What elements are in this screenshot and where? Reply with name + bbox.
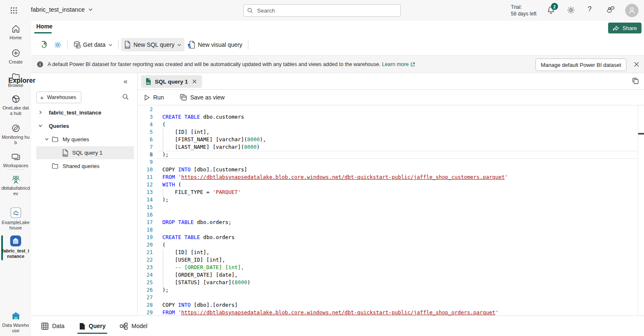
code-line[interactable]: 24 [ORDER_DATE] [date],: [138, 272, 638, 279]
line-number[interactable]: 10: [138, 166, 153, 173]
code-line[interactable]: 20(: [138, 242, 638, 249]
code-line[interactable]: 27: [138, 294, 638, 302]
code-line[interactable]: 6 [FIRST_NAME] [varchar](8000),: [138, 136, 638, 144]
view-tab-data[interactable]: Data: [41, 316, 65, 336]
code-line[interactable]: 21 [ID] [int],: [138, 249, 638, 257]
rail-item-examplelakehouse[interactable]: ExampleLakehouse: [0, 207, 31, 231]
line-number[interactable]: 26: [138, 287, 153, 293]
rail-item-data-warehouse[interactable]: Data Warehouse: [0, 311, 31, 333]
line-number[interactable]: 19: [138, 234, 153, 240]
code-line[interactable]: 2: [138, 106, 638, 114]
code-line[interactable]: 28COPY INTO [dbo].[orders]: [138, 302, 638, 309]
code-line[interactable]: 3CREATE TABLE dbo.customers: [138, 114, 638, 121]
line-number[interactable]: 25: [138, 279, 153, 285]
ribbon-tab-home[interactable]: Home: [35, 23, 54, 30]
line-number[interactable]: 5: [138, 129, 153, 135]
line-number[interactable]: 2: [138, 106, 153, 112]
search-input[interactable]: [256, 7, 383, 14]
code-line[interactable]: 29FROM 'https://dbtlabsynapsedatalake.bl…: [138, 309, 638, 316]
rail-item-dbtlabsfabricdev[interactable]: dbtlabsfabricdev: [0, 175, 31, 196]
settings-button[interactable]: [51, 38, 65, 51]
code-line[interactable]: 19CREATE TABLE dbo.orders: [138, 234, 638, 242]
code-line[interactable]: 10COPY INTO [dbo].[customers]: [138, 166, 638, 174]
code-line[interactable]: 11FROM 'https://dbtlabsynapsedatalake.bl…: [138, 174, 638, 181]
line-number[interactable]: 4: [138, 121, 153, 127]
collapse-explorer-icon[interactable]: «: [124, 77, 127, 86]
line-number[interactable]: 17: [138, 219, 153, 225]
tree-item-queries[interactable]: Queries: [31, 120, 138, 132]
new-sql-query-button[interactable]: SQL New SQL query: [121, 38, 184, 51]
new-warehouse-button[interactable]: + Warehouses: [36, 92, 81, 103]
code-line[interactable]: 13 FILE_TYPE = 'PARQUET': [138, 189, 638, 196]
global-search[interactable]: [243, 4, 401, 17]
code-line[interactable]: 4(: [138, 121, 638, 129]
line-number[interactable]: 12: [138, 181, 153, 188]
tree-item-warehouse-root[interactable]: fabric_test_instance: [31, 107, 138, 118]
learn-more-link[interactable]: Learn more: [382, 61, 409, 67]
line-number[interactable]: 21: [138, 249, 153, 255]
rail-item-home[interactable]: Home: [0, 24, 31, 41]
code-line[interactable]: 7 [LAST_NAME] [varchar](8000): [138, 144, 638, 151]
line-number[interactable]: 18: [138, 227, 153, 233]
copy-icon[interactable]: [631, 77, 640, 85]
tree-item-shared-queries[interactable]: Shared queries: [31, 160, 138, 172]
code-line[interactable]: 16: [138, 211, 638, 219]
manage-default-dataset-button[interactable]: Manage default Power BI dataset: [535, 59, 626, 71]
help-icon[interactable]: ?: [588, 5, 591, 13]
share-button[interactable]: Share: [608, 23, 641, 33]
code-line[interactable]: 14);: [138, 196, 638, 204]
view-tab-query[interactable]: Query: [79, 316, 106, 336]
code-line[interactable]: 12WITH (: [138, 181, 638, 189]
line-number[interactable]: 8: [138, 151, 153, 158]
rail-item-monitoring-hub[interactable]: Monitoring hub: [0, 124, 31, 145]
line-number[interactable]: 15: [138, 204, 153, 210]
code-line[interactable]: 23 -- [ORDER_DATE] [int],: [138, 264, 638, 272]
line-number[interactable]: 22: [138, 257, 153, 263]
line-number[interactable]: 13: [138, 189, 153, 195]
tree-item-my-queries[interactable]: My queries: [31, 133, 138, 145]
new-visual-query-button[interactable]: New visual query: [184, 38, 245, 51]
code-line[interactable]: 8);: [138, 151, 638, 159]
workspace-switcher[interactable]: fabric_test_instance: [31, 6, 93, 13]
user-avatar[interactable]: [625, 4, 639, 17]
rail-item-workspaces[interactable]: Workspaces: [0, 153, 31, 168]
get-data-button[interactable]: Get data: [70, 38, 116, 51]
settings-gear-icon[interactable]: [567, 6, 575, 14]
save-as-view-button[interactable]: Save as view: [177, 92, 228, 103]
code-line[interactable]: 22 [USER_ID] [int],: [138, 257, 638, 264]
close-tab-icon[interactable]: [191, 78, 198, 85]
line-number[interactable]: 28: [138, 302, 153, 308]
feedback-icon[interactable]: [606, 5, 614, 14]
explorer-search-icon[interactable]: [122, 94, 129, 100]
editor-scrollbar[interactable]: [638, 105, 644, 316]
line-number[interactable]: 23: [138, 264, 153, 270]
app-launcher-waffle-icon[interactable]: [10, 7, 18, 15]
line-number[interactable]: 16: [138, 211, 153, 218]
rail-item-create[interactable]: Create: [0, 48, 31, 65]
line-number[interactable]: 9: [138, 159, 153, 165]
code-line[interactable]: 5 [ID] [int],: [138, 129, 638, 136]
code-line[interactable]: 18: [138, 227, 638, 234]
code-line[interactable]: 15: [138, 204, 638, 211]
line-number[interactable]: 6: [138, 136, 153, 143]
rail-item-onelake-data-hub[interactable]: OneLake data hub: [0, 94, 31, 116]
line-number[interactable]: 24: [138, 272, 153, 278]
view-tab-model[interactable]: Model: [120, 316, 147, 336]
sql-editor[interactable]: 23CREATE TABLE dbo.customers4(5 [ID] [in…: [138, 105, 644, 316]
refresh-script-button[interactable]: [37, 38, 51, 51]
line-number[interactable]: 7: [138, 144, 153, 150]
code-line[interactable]: 17DROP TABLE dbo.orders;: [138, 219, 638, 227]
code-line[interactable]: 9: [138, 159, 638, 166]
code-line[interactable]: 25 [STATUS] [varchar](8000): [138, 279, 638, 287]
query-tab-sql-query-1[interactable]: SQL SQL query 1: [141, 75, 202, 88]
line-number[interactable]: 3: [138, 114, 153, 120]
banner-close-icon[interactable]: [633, 61, 641, 69]
line-number[interactable]: 27: [138, 294, 153, 300]
line-number[interactable]: 29: [138, 309, 153, 316]
code-line[interactable]: 26);: [138, 287, 638, 294]
run-button[interactable]: Run: [141, 92, 167, 103]
line-number[interactable]: 11: [138, 174, 153, 180]
rail-item-fabric-test-instance[interactable]: fabric_test_instance: [0, 235, 31, 259]
tree-item-sql-query-1[interactable]: SQL SQL query 1: [36, 146, 134, 159]
line-number[interactable]: 14: [138, 196, 153, 203]
